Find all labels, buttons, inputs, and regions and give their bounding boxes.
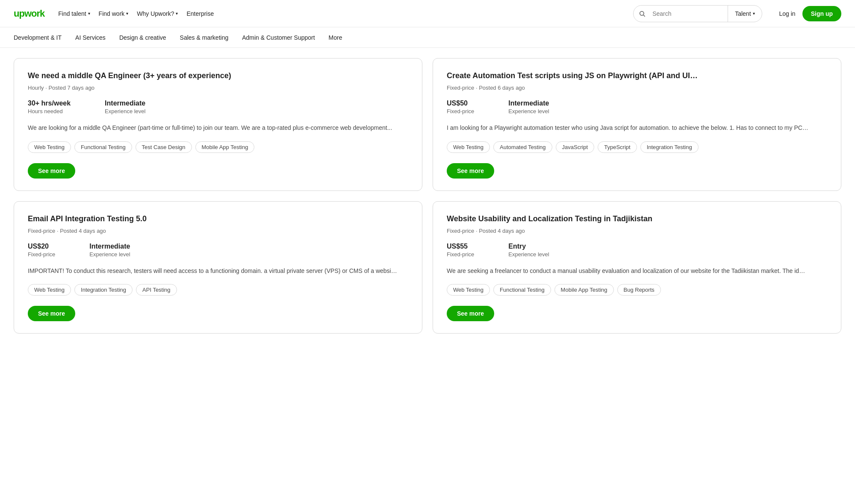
secondary-nav-admin[interactable]: Admin & Customer Support — [242, 34, 315, 41]
secondary-nav-ai[interactable]: AI Services — [75, 34, 106, 41]
tag[interactable]: Mobile App Testing — [195, 141, 255, 153]
card-stats: US$55 Fixed-price Entry Experience level — [447, 243, 827, 258]
stat-2: Intermediate Experience level — [89, 243, 130, 258]
tag[interactable]: Functional Testing — [493, 284, 551, 296]
search-icon — [634, 10, 651, 17]
cards-grid: We need a middle QA Engineer (3+ years o… — [14, 58, 841, 334]
tag[interactable]: Automated Testing — [493, 141, 552, 153]
tag[interactable]: Web Testing — [447, 141, 490, 153]
stat-2: Entry Experience level — [508, 243, 549, 258]
main-content: We need a middle QA Engineer (3+ years o… — [0, 48, 855, 344]
card-meta: Fixed-price · Posted 4 days ago — [28, 228, 408, 234]
stat-1: US$50 Fixed-price — [447, 100, 474, 114]
tag[interactable]: Test Case Design — [136, 141, 192, 153]
stat-2-value: Intermediate — [508, 100, 549, 107]
stat-1-label: Hours needed — [28, 108, 71, 114]
tag[interactable]: Web Testing — [447, 284, 490, 296]
tag[interactable]: Functional Testing — [74, 141, 132, 153]
tag[interactable]: Mobile App Testing — [554, 284, 614, 296]
see-more-button[interactable]: See more — [447, 306, 494, 321]
stat-2: Intermediate Experience level — [105, 100, 145, 114]
stat-1-value: US$55 — [447, 243, 474, 250]
stat-1: 30+ hrs/week Hours needed — [28, 100, 71, 114]
secondary-nav-design[interactable]: Design & creative — [119, 34, 166, 41]
stat-2: Intermediate Experience level — [508, 100, 549, 114]
card-stats: US$20 Fixed-price Intermediate Experienc… — [28, 243, 408, 258]
stat-1: US$55 Fixed-price — [447, 243, 474, 258]
signup-button[interactable]: Sign up — [802, 6, 841, 21]
chevron-down-icon: ▾ — [176, 11, 178, 16]
header: upwork Find talent ▾ Find work ▾ Why Upw… — [0, 0, 855, 27]
tag[interactable]: Bug Reports — [617, 284, 661, 296]
job-card: Create Automation Test scripts using JS … — [433, 58, 841, 191]
svg-point-0 — [640, 11, 644, 15]
stat-2-label: Experience level — [105, 108, 145, 114]
see-more-button[interactable]: See more — [447, 163, 494, 179]
tag[interactable]: Integration Testing — [640, 141, 699, 153]
tag[interactable]: JavaScript — [556, 141, 595, 153]
card-stats: US$50 Fixed-price Intermediate Experienc… — [447, 100, 827, 114]
card-description: We are looking for a middle QA Engineer … — [28, 123, 408, 132]
tags-container: Web TestingAutomated TestingJavaScriptTy… — [447, 141, 827, 153]
nav-find-work-label: Find work — [99, 10, 125, 17]
nav-find-talent-label: Find talent — [58, 10, 86, 17]
tag[interactable]: TypeScript — [598, 141, 637, 153]
secondary-nav-more[interactable]: More — [329, 34, 342, 41]
card-meta: Hourly · Posted 7 days ago — [28, 85, 408, 91]
main-nav: Find talent ▾ Find work ▾ Why Upwork? ▾ … — [58, 10, 214, 17]
search-bar: Talent ▾ — [633, 5, 762, 22]
secondary-nav-development[interactable]: Development & IT — [14, 34, 62, 41]
see-more-button[interactable]: See more — [28, 163, 75, 179]
card-title: We need a middle QA Engineer (3+ years o… — [28, 70, 408, 81]
card-description: We are seeking a freelancer to conduct a… — [447, 266, 827, 275]
nav-find-talent[interactable]: Find talent ▾ — [58, 10, 90, 17]
tag[interactable]: Web Testing — [28, 284, 71, 296]
stat-1-label: Fixed-price — [447, 251, 474, 258]
stat-2-value: Entry — [508, 243, 549, 250]
stat-1-label: Fixed-price — [28, 251, 55, 258]
chevron-down-icon: ▾ — [753, 11, 755, 16]
stat-2-label: Experience level — [508, 251, 549, 258]
tags-container: Web TestingFunctional TestingMobile App … — [447, 284, 827, 296]
tag[interactable]: API Testing — [136, 284, 177, 296]
nav-why-upwork-label: Why Upwork? — [137, 10, 174, 17]
tag[interactable]: Web Testing — [28, 141, 71, 153]
header-actions: Log in Sign up — [779, 6, 841, 21]
tags-container: Web TestingFunctional TestingTest Case D… — [28, 141, 408, 153]
card-description: IMPORTANT! To conduct this research, tes… — [28, 266, 408, 275]
chevron-down-icon: ▾ — [126, 11, 128, 16]
card-title: Website Usability and Localization Testi… — [447, 214, 827, 224]
card-title: Create Automation Test scripts using JS … — [447, 70, 827, 81]
card-stats: 30+ hrs/week Hours needed Intermediate E… — [28, 100, 408, 114]
stat-1-label: Fixed-price — [447, 108, 474, 114]
talent-dropdown[interactable]: Talent ▾ — [728, 6, 761, 22]
stat-2-label: Experience level — [89, 251, 130, 258]
secondary-nav-sales[interactable]: Sales & marketing — [180, 34, 229, 41]
stat-2-label: Experience level — [508, 108, 549, 114]
see-more-button[interactable]: See more — [28, 306, 75, 321]
card-meta: Fixed-price · Posted 4 days ago — [447, 228, 827, 234]
svg-line-1 — [643, 15, 645, 17]
talent-dropdown-label: Talent — [735, 10, 751, 17]
search-input[interactable] — [651, 10, 728, 17]
chevron-down-icon: ▾ — [88, 11, 90, 16]
stat-1-value: US$50 — [447, 100, 474, 107]
stat-2-value: Intermediate — [105, 100, 145, 107]
stat-1: US$20 Fixed-price — [28, 243, 55, 258]
stat-1-value: 30+ hrs/week — [28, 100, 71, 107]
upwork-logo[interactable]: upwork — [14, 8, 44, 19]
card-description: I am looking for a Playwright automation… — [447, 123, 827, 132]
stat-1-value: US$20 — [28, 243, 55, 250]
nav-why-upwork[interactable]: Why Upwork? ▾ — [137, 10, 178, 17]
login-button[interactable]: Log in — [779, 10, 796, 17]
secondary-nav: Development & IT AI Services Design & cr… — [0, 27, 855, 48]
tag[interactable]: Integration Testing — [74, 284, 133, 296]
card-title: Email API Integration Testing 5.0 — [28, 214, 408, 224]
job-card: We need a middle QA Engineer (3+ years o… — [14, 58, 422, 191]
nav-find-work[interactable]: Find work ▾ — [99, 10, 129, 17]
tags-container: Web TestingIntegration TestingAPI Testin… — [28, 284, 408, 296]
job-card: Website Usability and Localization Testi… — [433, 201, 841, 334]
nav-enterprise[interactable]: Enterprise — [186, 10, 214, 17]
stat-2-value: Intermediate — [89, 243, 130, 250]
nav-enterprise-label: Enterprise — [186, 10, 214, 17]
